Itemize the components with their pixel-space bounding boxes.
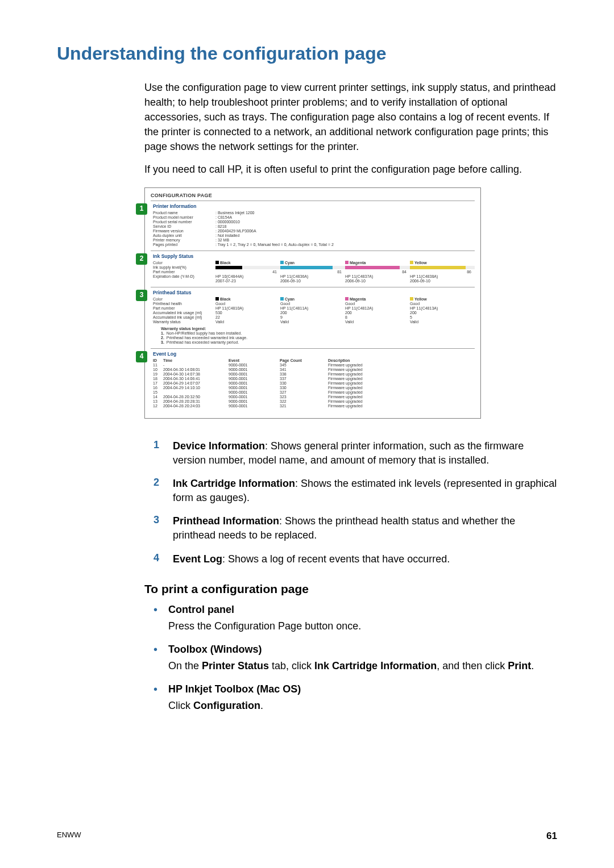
mock-event-log-row: 102004-04-30 14:08:019000-0001341Firmwar… (153, 368, 475, 372)
callout-item: 3Printhead Information: Shows the printh… (154, 514, 557, 542)
mock-event-log-row: 159000-0001327Firmware upgraded (153, 390, 475, 395)
mock-title: CONFIGURATION PAGE (151, 193, 475, 198)
mock-printer-info-row: Printer memory: 32 MB (153, 238, 475, 243)
mock-printer-info-section: 1 Printer Information Product name: Busi… (151, 201, 475, 251)
mock-warranty-legend: 1. Non-HP/Refilled supply has been insta… (153, 331, 475, 345)
mock-printer-info-rows: Product name: Business Inkjet 1200Produc… (153, 211, 475, 247)
callout-text: Ink Cartridge Information: Shows the est… (173, 477, 557, 505)
mock-event-log-heading: Event Log (153, 352, 475, 357)
mock-ink-columns: Black41HP 10(C4844A)2007-07-23Cyan81HP 1… (215, 261, 475, 283)
bullet-icon: • (154, 604, 168, 633)
mock-badge-1: 1 (136, 203, 147, 215)
mock-ink-supply-heading: Ink Supply Status (153, 254, 475, 260)
callout-text: Event Log: Shows a log of recent events … (173, 552, 557, 566)
mock-printer-info-row: Firmware version: 20040429 MLP3006A (153, 229, 475, 233)
mock-event-log-row: 142004-04-28 20:32:509000-0001323Firmwar… (153, 395, 475, 399)
bullet-body: Click Configuration. (168, 699, 557, 713)
mock-warranty-legend-item: 2. Printhead has exceeded warranted ink … (161, 336, 475, 340)
mock-event-log-section: 4 Event Log IDTimeEventPage CountDescrip… (151, 348, 475, 412)
callout-number: 1 (154, 439, 173, 468)
bullet-icon: • (154, 644, 168, 673)
mock-printhead-columns: BlackGoodHP 11(C4810A)53022ValidCyanGood… (215, 297, 475, 324)
mock-printhead-column: MagentaGoodHP 11(C4812A)2008Valid (345, 297, 410, 324)
intro-paragraph-2: If you need to call HP, it is often usef… (144, 162, 557, 177)
bullet-control-panel: • Control panel Press the Configuration … (154, 604, 557, 633)
bullet-head: HP Inkjet Toolbox (Mac OS) (168, 683, 557, 695)
print-methods-list: • Control panel Press the Configuration … (154, 604, 557, 713)
mock-ink-column: Yellow86HP 11(C4838A)2006-09-10 (410, 261, 475, 283)
mock-event-log-row: 192004-04-30 14:07:389000-0001338Firmwar… (153, 372, 475, 377)
mock-warranty-legend-title: Warranty status legend: (161, 327, 475, 331)
mock-printhead-column: BlackGoodHP 11(C4810A)53022Valid (215, 297, 280, 324)
mock-printer-info-row: Auto-duplex unit: Not installed (153, 233, 475, 238)
mock-printhead-heading: Printhead Status (153, 290, 475, 296)
mock-event-log-header: IDTimeEventPage CountDescription (153, 358, 475, 363)
callout-number: 4 (154, 552, 173, 566)
mock-event-log-row: 122004-04-28 20:24:039000-0001321Firmwar… (153, 404, 475, 408)
bullet-head: Control panel (168, 604, 557, 616)
mock-printer-info-row: Product name: Business Inkjet 1200 (153, 211, 475, 215)
bullet-head: Toolbox (Windows) (168, 644, 557, 656)
mock-badge-3: 3 (136, 290, 147, 301)
mock-printhead-column: CyanGoodHP 11(C4811A)2009Valid (280, 297, 345, 324)
callout-text: Printhead Information: Shows the printhe… (173, 514, 557, 542)
mock-printhead-labels: ColorPrinthead healthPart numberAccumula… (153, 297, 215, 324)
page-title: Understanding the configuration page (57, 43, 557, 64)
mock-event-log-row: 162004-04-29 14:10:109000-0001330Firmwar… (153, 386, 475, 390)
bullet-body: On the Printer Status tab, click Ink Car… (168, 659, 557, 673)
mock-printhead-section: 3 Printhead Status ColorPrinthead health… (151, 287, 475, 348)
mock-ink-labels: ColorInk supply level(%)Part numberExpir… (153, 261, 215, 283)
bullet-toolbox-mac: • HP Inkjet Toolbox (Mac OS) Click Confi… (154, 683, 557, 713)
mock-printer-info-row: Product serial number: 0000000010 (153, 220, 475, 224)
footer-left: ENWW (57, 831, 81, 842)
footer-page-number: 61 (546, 831, 557, 842)
mock-printer-info-heading: Printer Information (153, 204, 475, 210)
mock-printer-info-row: Pages printed: Tray 1 = 2, Tray 2 = 0, M… (153, 243, 475, 247)
mock-event-log-rows: 11-9000-0001345Firmware upgraded102004-0… (153, 363, 475, 408)
mock-printer-info-row: Product model number: C8154A (153, 215, 475, 220)
page-footer: ENWW 61 (57, 831, 557, 842)
callout-text: Device Information: Shows general printe… (173, 439, 557, 468)
mock-badge-4: 4 (136, 351, 147, 362)
mock-badge-2: 2 (136, 253, 147, 265)
mock-ink-column: Cyan81HP 11(C4836A)2006-09-10 (280, 261, 345, 283)
bullet-body: Press the Configuration Page button once… (168, 619, 557, 633)
bullet-toolbox-windows: • Toolbox (Windows) On the Printer Statu… (154, 644, 557, 673)
mock-ink-column: Magenta84HP 11(C4837A)2006-09-10 (345, 261, 410, 283)
mock-event-log-row: 182004-04-30 14:06:419000-0001337Firmwar… (153, 377, 475, 381)
intro-paragraph-1: Use the configuration page to view curre… (144, 80, 557, 154)
bullet-icon: • (154, 683, 168, 713)
intro-block: Use the configuration page to view curre… (144, 80, 557, 177)
callout-legend: 1Device Information: Shows general print… (154, 439, 557, 566)
callout-number: 2 (154, 477, 173, 505)
print-subheading: To print a configuration page (144, 582, 557, 596)
mock-printer-info-row: Service ID: 8218 (153, 224, 475, 229)
mock-ink-column: Black41HP 10(C4844A)2007-07-23 (215, 261, 280, 283)
mock-event-log-row: 172004-04-29 14:07:079000-0001330Firmwar… (153, 381, 475, 386)
mock-warranty-legend-item: 3. Printhead has exceeded warranty perio… (161, 340, 475, 345)
mock-event-log-row: 11-9000-0001345Firmware upgraded (153, 363, 475, 368)
mock-printhead-column: YellowGoodHP 11(C4813A)2005Valid (410, 297, 475, 324)
configuration-page-mock: CONFIGURATION PAGE 1 Printer Information… (144, 187, 481, 419)
callout-item: 4Event Log: Shows a log of recent events… (154, 552, 557, 566)
callout-number: 3 (154, 514, 173, 542)
callout-item: 2Ink Cartridge Information: Shows the es… (154, 477, 557, 505)
mock-warranty-legend-item: 1. Non-HP/Refilled supply has been insta… (161, 331, 475, 336)
callout-item: 1Device Information: Shows general print… (154, 439, 557, 468)
mock-ink-supply-section: 2 Ink Supply Status ColorInk supply leve… (151, 251, 475, 287)
mock-event-log-row: 132004-04-28 20:28:319000-0001322Firmwar… (153, 399, 475, 404)
